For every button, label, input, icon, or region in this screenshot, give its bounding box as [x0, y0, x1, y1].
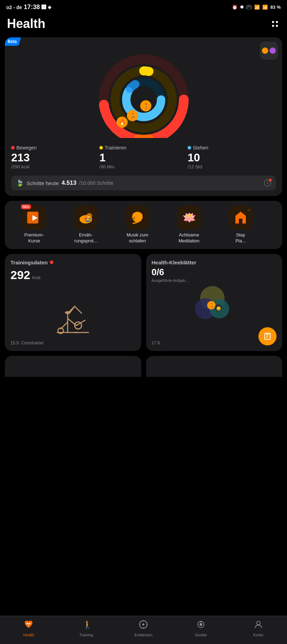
- battery: 83 %: [270, 5, 281, 10]
- nav-health[interactable]: ♡ Health: [0, 620, 58, 637]
- svg-point-51: [142, 623, 144, 625]
- nfc-icon: 🅽: [41, 5, 46, 10]
- carrier: o2 - de: [6, 5, 22, 10]
- bluetooth-icon: ✱: [240, 5, 244, 10]
- klee-card-title: Health-Kleeblätter: [152, 259, 277, 265]
- meditation-icon-wrap: 🪷: [177, 206, 201, 229]
- nav-gerate[interactable]: Geräte: [172, 620, 230, 637]
- crosstrainer-illustration: [10, 282, 136, 341]
- feature-premium[interactable]: NEU Premium- Kurse: [8, 206, 60, 244]
- training-card[interactable]: Trainingsdaten 292 kcal: [5, 254, 141, 351]
- klee-date: 17.9.: [152, 341, 161, 345]
- training-card-title: Trainingsdaten: [10, 259, 136, 265]
- premium-icon-wrap: NEU: [22, 206, 46, 229]
- nav-gerate-label: Geräte: [195, 633, 207, 637]
- gerate-icon: [196, 620, 206, 631]
- svg-text:🧍: 🧍: [143, 103, 149, 109]
- svg-rect-54: [200, 621, 202, 622]
- klee-illustration: 🏃 😊: [152, 283, 277, 324]
- steps-info-icon[interactable]: i: [264, 180, 271, 186]
- svg-text:🔥: 🔥: [119, 119, 126, 125]
- klee-value: 0/6: [152, 267, 164, 277]
- svg-text:🏃: 🏃: [129, 113, 136, 119]
- svg-text:🍲: 🍲: [84, 215, 92, 223]
- train-label: Trainieren: [105, 145, 127, 151]
- status-bar: o2 - de 17:38 🅽 ◈ ⏰ ✱ 📳 📶 📶 83 %: [0, 0, 287, 13]
- activity-card: Beta: [5, 37, 282, 196]
- feature-ernahrung[interactable]: 🍲 Ernäh- rungsprot...: [60, 206, 112, 244]
- svg-rect-21: [239, 219, 242, 224]
- steps-value: 4.513: [62, 180, 77, 186]
- training-date: 15.9. Crosstrainer: [10, 341, 136, 345]
- ernahrung-label: Ernäh- rungsprot...: [74, 232, 97, 244]
- klee-card[interactable]: Health-Kleeblätter 0/6 Ausgeführte Aufga…: [146, 254, 282, 351]
- stay-label: Stay Pla...: [235, 232, 246, 244]
- svg-line-26: [75, 306, 82, 313]
- ernahrung-icon-wrap: 🍲: [74, 206, 98, 229]
- nav-training[interactable]: 🚶 Training: [58, 620, 115, 637]
- wifi-icon: 📶: [254, 5, 260, 10]
- nav-health-label: Health: [23, 633, 34, 637]
- nav-konto[interactable]: Konto: [229, 620, 287, 637]
- bottom-nav: ♡ Health 🚶 Training Entdecken: [0, 616, 287, 644]
- steps-notification-dot: [269, 179, 272, 182]
- profile-icon-button[interactable]: [260, 42, 278, 60]
- nav-entdecken[interactable]: Entdecken: [115, 620, 172, 637]
- svg-text:😊: 😊: [216, 306, 221, 311]
- page-title: Health: [7, 16, 45, 31]
- svg-point-33: [65, 311, 70, 314]
- stay-icon-wrap: →: [229, 206, 252, 229]
- move-sub: /290 kcal: [11, 164, 99, 169]
- entdecken-icon: [138, 620, 148, 631]
- klee-sub: Ausgeführte Aufgab...: [152, 278, 277, 283]
- training-unit: kcal: [32, 275, 40, 280]
- train-stat[interactable]: Trainieren 1 /30 Min.: [99, 144, 188, 171]
- stand-sub: /12 Std.: [188, 164, 276, 169]
- feature-musik[interactable]: ♪ Musik zum schlafen: [112, 206, 163, 244]
- beta-badge: Beta: [5, 37, 21, 46]
- stand-stat[interactable]: Stehen 10 /12 Std.: [188, 144, 276, 171]
- svg-point-53: [199, 623, 202, 626]
- svg-text:🪷: 🪷: [182, 211, 196, 224]
- svg-text:🚶: 🚶: [83, 620, 91, 629]
- premium-label: Premium- Kurse: [24, 232, 44, 244]
- nav-training-label: Training: [79, 633, 93, 637]
- two-col-cards: Trainingsdaten 292 kcal: [5, 254, 282, 351]
- steps-bar[interactable]: 🍃 Schritte heute 4.513 /10.000 Schritte …: [11, 176, 276, 190]
- move-stat[interactable]: Bewegen 213 /290 kcal: [11, 144, 99, 171]
- feature-row: NEU Premium- Kurse 🍲 Ernäh- rungsprot...: [5, 201, 282, 249]
- vibrate-icon: 📳: [246, 5, 252, 10]
- move-label: Bewegen: [16, 145, 37, 151]
- klee-action-button[interactable]: [258, 327, 277, 345]
- steps-label: Schritte heute: [27, 180, 59, 186]
- vpn-icon: ◈: [48, 5, 51, 10]
- signal-icon: 📶: [262, 5, 268, 10]
- feature-meditation[interactable]: 🪷 Achtsame Meditation: [163, 206, 215, 244]
- status-left: o2 - de 17:38 🅽 ◈: [6, 3, 51, 11]
- training-icon: 🚶: [81, 620, 91, 631]
- feature-stay[interactable]: → Stay Pla...: [215, 206, 266, 244]
- partial-cards: [5, 356, 282, 377]
- move-value: 213: [11, 151, 99, 164]
- nav-konto-label: Konto: [253, 633, 263, 637]
- train-value: 1: [99, 151, 188, 164]
- konto-icon: [254, 620, 263, 631]
- app-header: Health: [0, 13, 287, 37]
- status-time: 17:38: [24, 3, 40, 11]
- svg-point-55: [257, 621, 260, 625]
- more-button[interactable]: [270, 19, 280, 29]
- meditation-label: Achtsame Meditation: [179, 232, 199, 244]
- leaf-icon: 🍃: [16, 179, 24, 187]
- svg-text:🏃: 🏃: [209, 303, 214, 308]
- profile-dot-orange: [262, 47, 268, 54]
- more-dots-icon: [272, 21, 278, 27]
- activity-stats: Bewegen 213 /290 kcal Trainieren 1 /30 M…: [11, 144, 276, 171]
- alarm-icon: ⏰: [232, 5, 237, 10]
- steps-goal: /10.000 Schritte: [79, 180, 113, 186]
- profile-dot-purple: [270, 47, 276, 54]
- activity-rings[interactable]: 🔥 🏃 🧍: [11, 44, 276, 144]
- training-notification-dot: [50, 261, 53, 264]
- musik-label: Musik zum schlafen: [127, 232, 148, 244]
- main-content: Beta: [0, 37, 287, 412]
- nav-entdecken-label: Entdecken: [134, 633, 152, 637]
